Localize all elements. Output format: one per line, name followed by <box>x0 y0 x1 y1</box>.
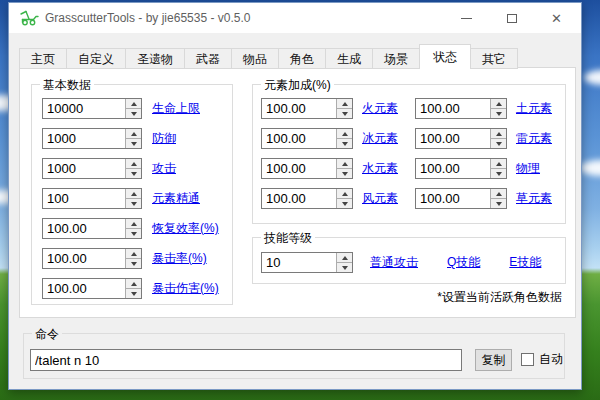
geo-link[interactable]: 土元素 <box>516 100 552 117</box>
checkbox-icon[interactable] <box>521 353 534 366</box>
recharge-spinner[interactable] <box>42 218 142 239</box>
hp-spinner[interactable] <box>42 98 142 119</box>
attack-spinner[interactable] <box>42 158 142 179</box>
auto-checkbox[interactable]: 自动 <box>521 351 563 368</box>
recharge-link[interactable]: 恢复效率(%) <box>152 220 219 237</box>
mastery-input[interactable] <box>43 189 125 208</box>
electro-link[interactable]: 雷元素 <box>516 130 552 147</box>
dendro-link[interactable]: 草元素 <box>516 190 552 207</box>
tab-home[interactable]: 主页 <box>19 48 67 69</box>
maximize-button[interactable] <box>489 3 534 33</box>
spin-up-icon[interactable] <box>126 129 141 138</box>
pyro-spinner[interactable] <box>261 98 353 119</box>
crit-rate-spinner[interactable] <box>42 248 142 269</box>
spin-down-icon[interactable] <box>337 168 352 178</box>
spin-down-icon[interactable] <box>126 258 141 268</box>
defense-spinner[interactable] <box>42 128 142 149</box>
spin-up-icon[interactable] <box>491 189 506 198</box>
physical-input[interactable] <box>416 159 490 178</box>
mastery-link[interactable]: 元素精通 <box>152 190 200 207</box>
spin-down-icon[interactable] <box>126 138 141 148</box>
spin-up-icon[interactable] <box>337 99 352 108</box>
spin-up-icon[interactable] <box>337 129 352 138</box>
hydro-input[interactable] <box>262 159 336 178</box>
electro-input[interactable] <box>416 129 490 148</box>
spin-down-icon[interactable] <box>126 288 141 298</box>
pyro-input[interactable] <box>262 99 336 118</box>
spin-down-icon[interactable] <box>337 262 352 272</box>
tab-spawn[interactable]: 生成 <box>325 48 373 69</box>
spin-down-icon[interactable] <box>126 228 141 238</box>
cryo-input[interactable] <box>262 129 336 148</box>
cryo-spinner[interactable] <box>261 128 353 149</box>
e-skill-link[interactable]: E技能 <box>509 254 541 271</box>
skill-level-spinner[interactable] <box>261 252 353 273</box>
hydro-link[interactable]: 水元素 <box>362 160 398 177</box>
spin-down-icon[interactable] <box>126 198 141 208</box>
attack-input[interactable] <box>43 159 125 178</box>
hydro-spinner[interactable] <box>261 158 353 179</box>
spin-down-icon[interactable] <box>491 168 506 178</box>
spin-up-icon[interactable] <box>491 159 506 168</box>
hp-input[interactable] <box>43 99 125 118</box>
electro-spinner[interactable] <box>415 128 507 149</box>
dendro-input[interactable] <box>416 189 490 208</box>
cryo-link[interactable]: 冰元素 <box>362 130 398 147</box>
tab-other[interactable]: 其它 <box>470 48 518 69</box>
spin-up-icon[interactable] <box>126 159 141 168</box>
hp-link[interactable]: 生命上限 <box>152 100 200 117</box>
attack-link[interactable]: 攻击 <box>152 160 176 177</box>
spin-up-icon[interactable] <box>126 99 141 108</box>
geo-input[interactable] <box>416 99 490 118</box>
skill-level-input[interactable] <box>262 253 336 272</box>
spin-up-icon[interactable] <box>126 279 141 288</box>
spin-down-icon[interactable] <box>126 108 141 118</box>
crit-rate-link[interactable]: 暴击率(%) <box>152 250 207 267</box>
tab-stats[interactable]: 状态 <box>419 44 471 69</box>
spin-down-icon[interactable] <box>337 198 352 208</box>
spin-up-icon[interactable] <box>337 159 352 168</box>
spin-down-icon[interactable] <box>491 138 506 148</box>
crit-rate-input[interactable] <box>43 249 125 268</box>
spin-down-icon[interactable] <box>126 168 141 178</box>
tab-custom[interactable]: 自定义 <box>66 48 126 69</box>
recharge-input[interactable] <box>43 219 125 238</box>
close-button[interactable]: ✕ <box>534 3 579 33</box>
spin-up-icon[interactable] <box>491 99 506 108</box>
anemo-input[interactable] <box>262 189 336 208</box>
mastery-spinner[interactable] <box>42 188 142 209</box>
normal-attack-link[interactable]: 普通攻击 <box>370 254 418 271</box>
anemo-link[interactable]: 风元素 <box>362 190 398 207</box>
defense-link[interactable]: 防御 <box>152 130 176 147</box>
spin-up-icon[interactable] <box>337 189 352 198</box>
tab-weapon[interactable]: 武器 <box>184 48 232 69</box>
tab-artifact[interactable]: 圣遗物 <box>125 48 185 69</box>
spin-down-icon[interactable] <box>491 198 506 208</box>
crit-dmg-input[interactable] <box>43 279 125 298</box>
geo-spinner[interactable] <box>415 98 507 119</box>
pyro-link[interactable]: 火元素 <box>362 100 398 117</box>
copy-button[interactable]: 复制 <box>475 349 512 371</box>
tab-item[interactable]: 物品 <box>231 48 279 69</box>
spin-up-icon[interactable] <box>126 219 141 228</box>
crit-dmg-spinner[interactable] <box>42 278 142 299</box>
physical-link[interactable]: 物理 <box>516 160 540 177</box>
dendro-spinner[interactable] <box>415 188 507 209</box>
title-bar[interactable]: GrasscutterTools - by jie65535 - v0.5.0 … <box>9 3 581 33</box>
spin-down-icon[interactable] <box>337 138 352 148</box>
defense-input[interactable] <box>43 129 125 148</box>
spin-down-icon[interactable] <box>491 108 506 118</box>
tab-scene[interactable]: 场景 <box>372 48 420 69</box>
physical-spinner[interactable] <box>415 158 507 179</box>
tab-avatar[interactable]: 角色 <box>278 48 326 69</box>
minimize-button[interactable] <box>444 3 489 33</box>
anemo-spinner[interactable] <box>261 188 353 209</box>
q-skill-link[interactable]: Q技能 <box>447 254 480 271</box>
spin-up-icon[interactable] <box>337 253 352 262</box>
command-input[interactable] <box>30 349 462 371</box>
spin-down-icon[interactable] <box>337 108 352 118</box>
spin-up-icon[interactable] <box>126 249 141 258</box>
crit-dmg-link[interactable]: 暴击伤害(%) <box>152 280 219 297</box>
spin-up-icon[interactable] <box>491 129 506 138</box>
spin-up-icon[interactable] <box>126 189 141 198</box>
